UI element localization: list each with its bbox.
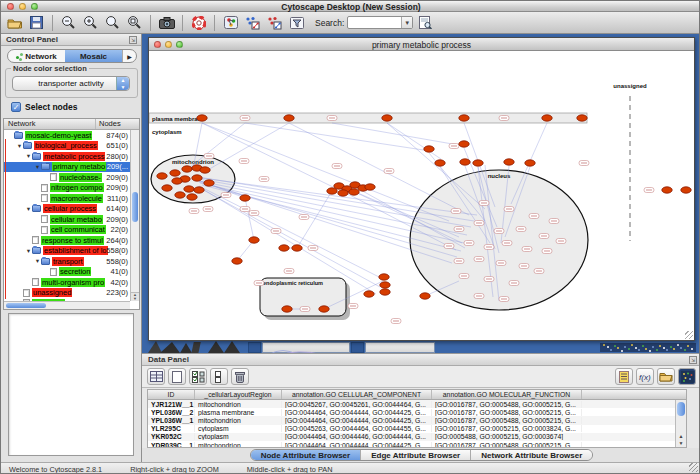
graph-node-label[interactable] bbox=[519, 264, 529, 269]
graph-node[interactable] bbox=[459, 141, 469, 147]
expander-icon[interactable]: ▼ bbox=[25, 248, 32, 254]
tree-col-network[interactable]: Network bbox=[4, 119, 96, 129]
graph-node-label[interactable] bbox=[271, 229, 281, 234]
graph-node-label[interactable] bbox=[549, 219, 559, 224]
expander-icon[interactable]: ▼ bbox=[34, 164, 41, 170]
graph-node-label[interactable] bbox=[449, 144, 459, 149]
expander-icon[interactable]: ▼ bbox=[25, 153, 32, 159]
graph-node-label[interactable] bbox=[240, 207, 250, 212]
graph-node-label[interactable] bbox=[300, 307, 310, 312]
table-column-header[interactable]: annotation.GO CELLULAR_COMPONENT bbox=[282, 390, 432, 399]
search-dropdown-icon[interactable]: ▼ bbox=[401, 17, 412, 28]
node-color-dropdown[interactable]: transporter activity ▲▼ bbox=[12, 76, 130, 91]
expander-icon[interactable]: ▼ bbox=[25, 206, 32, 212]
graph-node[interactable] bbox=[380, 282, 390, 288]
more-tabs-arrow[interactable]: ▶ bbox=[122, 50, 136, 62]
float-panel-icon[interactable]: ⇲ bbox=[129, 36, 137, 44]
graph-node-label[interactable] bbox=[502, 241, 512, 246]
graph-node-label[interactable] bbox=[239, 159, 249, 164]
select-attributes-icon[interactable] bbox=[189, 368, 207, 385]
graph-node[interactable] bbox=[204, 180, 214, 186]
graph-node-label[interactable] bbox=[484, 245, 494, 250]
tree-horizontal-scrollbar[interactable] bbox=[4, 301, 130, 309]
scrollbar-down-arrow[interactable]: ▼ bbox=[676, 440, 686, 446]
graph-node-label[interactable] bbox=[451, 209, 461, 214]
graph-node[interactable] bbox=[182, 166, 192, 172]
window-resize-grip[interactable] bbox=[685, 331, 693, 339]
zoom-in-icon[interactable] bbox=[81, 14, 100, 32]
graph-node[interactable] bbox=[279, 245, 289, 251]
graph-node-label[interactable] bbox=[299, 215, 309, 220]
graph-node-label[interactable] bbox=[499, 297, 509, 302]
graph-node-label[interactable] bbox=[539, 234, 549, 239]
tree-row[interactable]: ▼transport558(0) bbox=[4, 256, 130, 267]
graph-node-label[interactable] bbox=[529, 214, 539, 219]
birds-eye-view[interactable] bbox=[8, 313, 134, 456]
import-attributes-icon[interactable] bbox=[657, 368, 675, 385]
network-window-titlebar[interactable]: primary metabolic process bbox=[149, 38, 694, 51]
table-row[interactable]: YKR052Ccytoplasm[GO:0044464, GO:0044446,… bbox=[148, 433, 675, 441]
tree-vertical-scrollbar[interactable]: ▲▼ bbox=[130, 130, 139, 301]
graph-node-label[interactable] bbox=[259, 177, 269, 182]
graph-node-label[interactable] bbox=[542, 249, 552, 254]
matrix-icon[interactable] bbox=[678, 368, 696, 385]
graph-node-label[interactable] bbox=[579, 161, 589, 166]
table-vertical-scrollbar[interactable]: ▲ ▼ bbox=[675, 400, 686, 447]
graph-node[interactable] bbox=[184, 186, 194, 192]
graph-node[interactable] bbox=[577, 115, 587, 121]
tree-row[interactable]: unassigned223(0) bbox=[4, 288, 130, 299]
zoom-out-icon[interactable] bbox=[59, 14, 78, 32]
tree-row[interactable]: macromolecule311(0) bbox=[4, 193, 130, 204]
tree-row[interactable]: mosaic-demo-yeast874(0) bbox=[4, 130, 130, 141]
zoom-fit-icon[interactable] bbox=[103, 14, 122, 32]
graph-node[interactable] bbox=[382, 115, 392, 121]
tree-row[interactable]: cellular metabo209(0) bbox=[4, 214, 130, 225]
tree-row[interactable]: ▼cellular process614(0) bbox=[4, 204, 130, 215]
graph-node[interactable] bbox=[473, 160, 483, 166]
graph-node-label[interactable] bbox=[474, 294, 484, 299]
graph-node[interactable] bbox=[157, 173, 167, 179]
select-nodes-checkbox[interactable]: ✓ bbox=[11, 102, 21, 112]
graph-node-label[interactable] bbox=[494, 229, 504, 234]
vizmapper-icon[interactable] bbox=[221, 14, 240, 32]
tab-network-attribute-browser[interactable]: Network Attribute Browser bbox=[471, 450, 592, 460]
graph-node[interactable] bbox=[162, 185, 172, 191]
graph-node-label[interactable] bbox=[204, 154, 214, 159]
save-session-icon[interactable] bbox=[27, 14, 46, 32]
attribute-table-icon[interactable] bbox=[147, 368, 165, 385]
graph-node-label[interactable] bbox=[534, 269, 544, 274]
graph-node-label[interactable] bbox=[454, 259, 464, 264]
scrollbar-thumb[interactable] bbox=[677, 402, 685, 416]
filter-icon[interactable] bbox=[287, 14, 306, 32]
graph-node-label[interactable] bbox=[504, 207, 514, 212]
tree-row[interactable]: nitrogen compo209(0) bbox=[4, 183, 130, 194]
app-resize-grip[interactable] bbox=[689, 463, 698, 472]
attribute-list-icon[interactable] bbox=[615, 368, 633, 385]
graph-node-label[interactable] bbox=[332, 164, 342, 169]
graph-node[interactable] bbox=[172, 178, 182, 184]
table-row[interactable]: YDR039C__1mitochondrion[GO:0044464, GO:0… bbox=[148, 441, 675, 447]
tree-row[interactable]: response to stimul264(0) bbox=[4, 235, 130, 246]
tree-row[interactable]: multi-organism pro42(0) bbox=[4, 277, 130, 288]
graph-node[interactable] bbox=[460, 159, 470, 165]
graph-node[interactable] bbox=[327, 188, 337, 194]
graph-node-label[interactable] bbox=[189, 209, 199, 214]
graph-node-label[interactable] bbox=[384, 169, 394, 174]
graph-node[interactable] bbox=[192, 175, 202, 181]
graph-node-label[interactable] bbox=[391, 319, 401, 324]
graph-node-label[interactable] bbox=[348, 304, 358, 309]
graph-node[interactable] bbox=[319, 306, 329, 312]
tree-row[interactable]: ▼primary metabo209(... bbox=[4, 162, 130, 173]
graph-node-label[interactable] bbox=[240, 116, 250, 121]
tab-edge-attribute-browser[interactable]: Edge Attribute Browser bbox=[361, 450, 471, 460]
table-row[interactable]: YLR295Ccytoplasm[GO:0045263, GO:0044464,… bbox=[148, 425, 675, 433]
expander-icon[interactable]: ▼ bbox=[16, 143, 23, 149]
graph-node[interactable] bbox=[681, 187, 691, 193]
graph-node[interactable] bbox=[232, 258, 242, 264]
graph-node[interactable] bbox=[504, 159, 514, 165]
tree-row[interactable]: ▼biological_process651(0) bbox=[4, 141, 130, 152]
delete-attribute-icon[interactable] bbox=[231, 368, 249, 385]
tab-mosaic[interactable]: Mosaic bbox=[65, 50, 122, 62]
graph-node[interactable] bbox=[170, 170, 180, 176]
graph-node[interactable] bbox=[420, 293, 430, 299]
